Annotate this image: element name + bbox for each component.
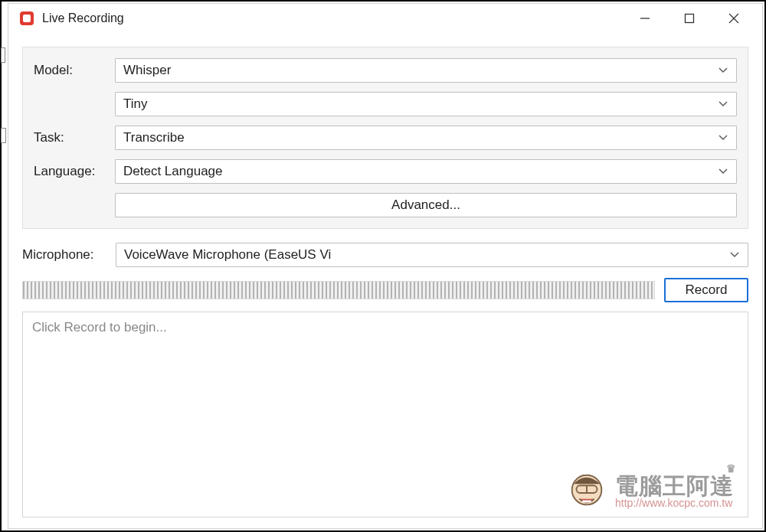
minimize-button[interactable]: [623, 4, 667, 33]
crown-icon: ♛: [726, 463, 737, 475]
app-icon: [19, 11, 34, 26]
language-select[interactable]: Detect Language: [115, 159, 737, 184]
model-label: Model:: [34, 63, 115, 78]
watermark: 電腦王阿達♛ http://www.kocpc.com.tw: [565, 469, 734, 514]
task-select[interactable]: Transcribe: [115, 126, 737, 150]
microphone-label: Microphone:: [22, 247, 116, 263]
task-label: Task:: [34, 130, 115, 145]
watermark-url: http://www.kocpc.com.tw: [615, 498, 732, 509]
svg-rect-7: [576, 485, 597, 493]
svg-rect-3: [686, 15, 694, 23]
model-value: Whisper: [123, 63, 718, 78]
titlebar: Live Recording: [8, 4, 762, 33]
settings-group: Model: Whisper Tiny Task:: [22, 47, 748, 229]
chevron-down-icon: [718, 99, 728, 109]
task-value: Transcribe: [123, 130, 718, 145]
chevron-down-icon: [718, 166, 728, 177]
microphone-select[interactable]: VoiceWave Microphone (EaseUS Vi: [116, 243, 748, 267]
model-variant-select[interactable]: Tiny: [115, 92, 737, 116]
close-button[interactable]: [712, 4, 756, 33]
language-label: Language:: [34, 164, 115, 179]
live-recording-window: Live Recording Model: Whisper: [8, 3, 763, 529]
model-select[interactable]: Whisper: [115, 58, 737, 83]
watermark-mascot-icon: [565, 469, 609, 514]
watermark-text: 電腦王阿達♛: [615, 474, 734, 498]
transcript-output: Click Record to begin... 電腦王阿達♛ http://w…: [22, 312, 748, 517]
svg-rect-9: [582, 501, 591, 503]
advanced-button[interactable]: Advanced...: [115, 193, 737, 217]
maximize-button[interactable]: [667, 4, 712, 33]
chevron-down-icon: [718, 132, 728, 143]
chevron-down-icon: [718, 65, 728, 76]
svg-rect-1: [23, 15, 31, 22]
language-value: Detect Language: [123, 164, 718, 179]
microphone-value: VoiceWave Microphone (EaseUS Vi: [124, 247, 729, 263]
audio-level-meter: [22, 281, 655, 299]
chevron-down-icon: [729, 250, 740, 260]
window-title: Live Recording: [42, 11, 124, 25]
output-placeholder: Click Record to begin...: [32, 320, 167, 335]
svg-point-6: [572, 475, 602, 505]
record-button[interactable]: Record: [664, 278, 748, 302]
model-variant-value: Tiny: [123, 96, 718, 112]
left-margin-mark-2: [1, 128, 6, 143]
advanced-label: Advanced...: [391, 197, 460, 213]
record-label: Record: [686, 282, 728, 298]
left-margin-mark: [1, 47, 5, 63]
